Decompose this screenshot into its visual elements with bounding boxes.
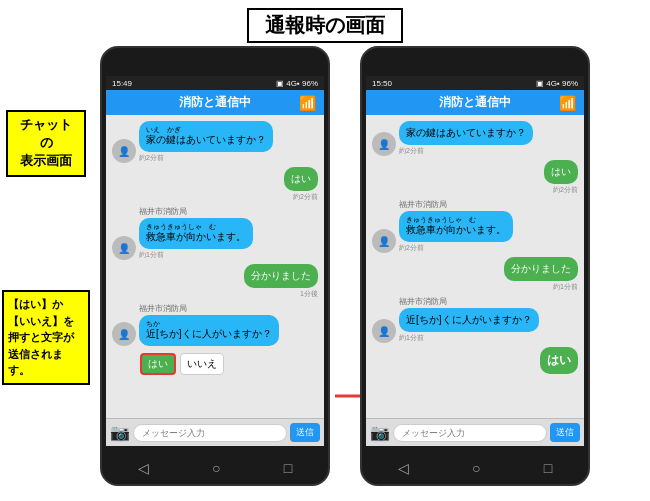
timestamp: 1分後	[300, 289, 318, 299]
header-title-right: 消防と通信中	[439, 94, 511, 111]
bubble-wrap: 家の鍵はあいていますか？ 約2分前	[399, 121, 533, 156]
bubble-wrap: はい 約2分前	[544, 160, 578, 195]
back-icon[interactable]: ◁	[398, 460, 409, 476]
chat-area-left: 👤 いえ かぎ 家の鍵はあいていますか？ 約2分前 はい 約2分前 �	[106, 115, 324, 418]
message-input-right[interactable]	[393, 424, 547, 442]
bubble-wrap: 福井市消防局 きゅうきゅうしゃ む 救急車が向かいます。 約2分前	[399, 199, 513, 253]
camera-icon: 📷	[110, 423, 130, 442]
status-icons-right: ▣ 4G▪ 96%	[536, 79, 578, 88]
bubble: はい	[284, 167, 318, 191]
furigana: いえ かぎ	[146, 126, 266, 133]
avatar: 👤	[372, 319, 396, 343]
time-left: 15:49	[112, 79, 132, 88]
bubble: いえ かぎ 家の鍵はあいていますか？	[139, 121, 273, 152]
send-button-right[interactable]: 送信	[550, 423, 580, 442]
timestamp: 約2分前	[399, 146, 424, 156]
chat-area-right: 👤 家の鍵はあいていますか？ 約2分前 はい 約2分前 👤	[366, 115, 584, 418]
phone-right: 15:50 ▣ 4G▪ 96% 消防と通信中 📶 👤 家の鍵はあいていますか？ …	[360, 46, 590, 486]
bubble: きゅうきゅうしゃ む 救急車が向かいます。	[399, 211, 513, 242]
avatar: 👤	[372, 229, 396, 253]
quick-replies: はい いいえ	[140, 353, 318, 375]
iie-button[interactable]: いいえ	[180, 353, 224, 375]
bubble-wrap: はい	[540, 347, 578, 374]
bubble-wrap: 福井市消防局 きゅうきゅうしゃ む 救急車が向かいます。 約1分前	[139, 206, 253, 260]
header-title-left: 消防と通信中	[179, 94, 251, 111]
msg-row: 👤 福井市消防局 きゅうきゅうしゃ む 救急車が向かいます。 約1分前	[112, 206, 318, 260]
status-bar-left: 15:49 ▣ 4G▪ 96%	[106, 76, 324, 90]
bubble: 分かりました	[244, 264, 318, 288]
app-header-right: 消防と通信中 📶	[366, 90, 584, 115]
timestamp: 約2分前	[553, 185, 578, 195]
bubble: きゅうきゅうしゃ む 救急車が向かいます。	[139, 218, 253, 249]
input-area-right: 📷 送信	[366, 418, 584, 446]
msg-row: 👤 いえ かぎ 家の鍵はあいていますか？ 約2分前	[112, 121, 318, 163]
avatar: 👤	[112, 322, 136, 346]
bubble-wrap: 分かりました 1分後	[244, 264, 318, 299]
bubble: 分かりました	[504, 257, 578, 281]
furigana: ちか	[146, 320, 272, 327]
msg-row: はい	[372, 347, 578, 374]
timestamp: 約1分前	[139, 250, 164, 260]
phone-right-screen: 15:50 ▣ 4G▪ 96% 消防と通信中 📶 👤 家の鍵はあいていますか？ …	[366, 76, 584, 446]
status-bar-right: 15:50 ▣ 4G▪ 96%	[366, 76, 584, 90]
bubble-wrap: 福井市消防局 ちか 近[ちか]くに人がいますか？	[139, 303, 279, 346]
hai-button[interactable]: はい	[140, 353, 176, 375]
bubble-wrap: 福井市消防局 近[ちか]くに人がいますか？ 約1分前	[399, 296, 539, 343]
avatar: 👤	[112, 236, 136, 260]
msg-row: 👤 福井市消防局 近[ちか]くに人がいますか？ 約1分前	[372, 296, 578, 343]
msg-row: 分かりました 約1分前	[372, 257, 578, 292]
avatar: 👤	[112, 139, 136, 163]
msg-row: はい 約2分前	[112, 167, 318, 202]
phone-left: 15:49 ▣ 4G▪ 96% 消防と通信中 📶 👤 いえ かぎ 家の鍵はあいて…	[100, 46, 330, 486]
msg-row: 👤 福井市消防局 きゅうきゅうしゃ む 救急車が向かいます。 約2分前	[372, 199, 578, 253]
input-area-left: 📷 送信	[106, 418, 324, 446]
nav-bar-left: ◁ ○ □	[106, 452, 324, 484]
bubble: 近[ちか]くに人がいますか？	[399, 308, 539, 332]
sender-name: 福井市消防局	[399, 296, 447, 307]
camera-icon: 📷	[370, 423, 390, 442]
bubble-wrap: はい 約2分前	[284, 167, 318, 202]
furigana: きゅうきゅうしゃ む	[406, 216, 506, 223]
home-icon[interactable]: ○	[212, 460, 220, 476]
phone-left-screen: 15:49 ▣ 4G▪ 96% 消防と通信中 📶 👤 いえ かぎ 家の鍵はあいて…	[106, 76, 324, 446]
recents-icon[interactable]: □	[544, 460, 552, 476]
app-header-left: 消防と通信中 📶	[106, 90, 324, 115]
msg-row: 👤 福井市消防局 ちか 近[ちか]くに人がいますか？	[112, 303, 318, 346]
avatar: 👤	[372, 132, 396, 156]
bubble-wrap: いえ かぎ 家の鍵はあいていますか？ 約2分前	[139, 121, 273, 163]
nav-bar-right: ◁ ○ □	[366, 452, 584, 484]
bubble: 家の鍵はあいていますか？	[399, 121, 533, 145]
timestamp: 約2分前	[139, 153, 164, 163]
send-button-left[interactable]: 送信	[290, 423, 320, 442]
furigana: きゅうきゅうしゃ む	[146, 223, 246, 230]
sender-name: 福井市消防局	[399, 199, 447, 210]
sender-name: 福井市消防局	[139, 206, 187, 217]
page-title: 通報時の画面	[247, 8, 403, 43]
status-icons-right-left: ▣ 4G▪ 96%	[276, 79, 318, 88]
time-right: 15:50	[372, 79, 392, 88]
timestamp: 約2分前	[399, 243, 424, 253]
recents-icon[interactable]: □	[284, 460, 292, 476]
wifi-icon-right: 📶	[559, 95, 576, 111]
timestamp: 約1分前	[553, 282, 578, 292]
sender-name: 福井市消防局	[139, 303, 187, 314]
button-annotation: 【はい】か【いいえ】を押すと文字が送信されます。	[2, 290, 90, 385]
bubble-sent-hai: はい	[540, 347, 578, 374]
timestamp: 約2分前	[293, 192, 318, 202]
message-input-left[interactable]	[133, 424, 287, 442]
msg-row: 分かりました 1分後	[112, 264, 318, 299]
msg-row: 👤 家の鍵はあいていますか？ 約2分前	[372, 121, 578, 156]
bubble: はい	[544, 160, 578, 184]
chat-annotation: チャットの表示画面	[6, 110, 86, 177]
bubble-wrap: 分かりました 約1分前	[504, 257, 578, 292]
msg-row: はい 約2分前	[372, 160, 578, 195]
timestamp: 約1分前	[399, 333, 424, 343]
wifi-icon-left: 📶	[299, 95, 316, 111]
bubble: ちか 近[ちか]くに人がいますか？	[139, 315, 279, 346]
home-icon[interactable]: ○	[472, 460, 480, 476]
back-icon[interactable]: ◁	[138, 460, 149, 476]
